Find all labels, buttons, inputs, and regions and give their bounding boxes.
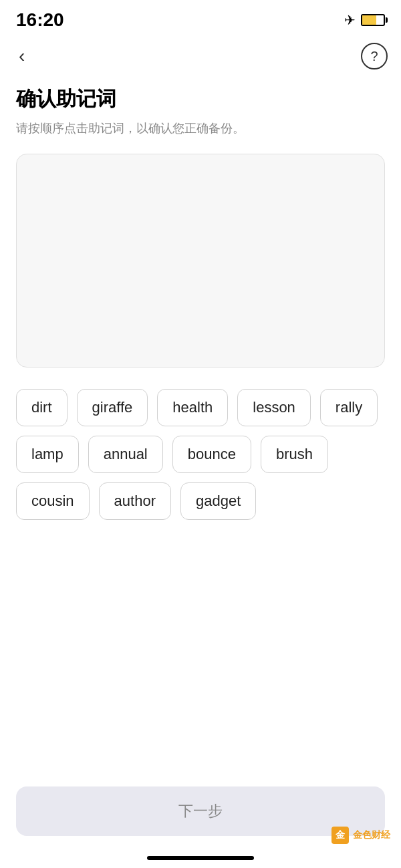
status-time: 16:20 (16, 9, 64, 31)
watermark-text: 金色财经 (353, 829, 390, 841)
word-chip-rally[interactable]: rally (320, 389, 378, 426)
word-chip-annual[interactable]: annual (88, 436, 163, 473)
word-chip-bounce[interactable]: bounce (172, 436, 251, 473)
page-content: 确认助记词 请按顺序点击助记词，以确认您正确备份。 (0, 75, 401, 368)
battery-icon (361, 14, 385, 26)
watermark: 金 金色财经 (331, 827, 390, 844)
word-chip-author[interactable]: author (99, 482, 171, 520)
word-chip-gadget[interactable]: gadget (180, 482, 256, 520)
page-subtitle: 请按顺序点击助记词，以确认您正确备份。 (16, 120, 385, 138)
watermark-icon: 金 (331, 827, 349, 844)
status-icons: ✈ (344, 12, 385, 28)
home-indicator (147, 856, 254, 860)
next-button[interactable]: 下一步 (16, 786, 385, 836)
battery-fill (362, 15, 376, 25)
word-chips-container: dirtgiraffehealthlessonrallylampannualbo… (0, 389, 401, 520)
word-chip-cousin[interactable]: cousin (16, 482, 90, 520)
phrase-display-area (16, 154, 385, 368)
nav-bar: ‹ ? (0, 37, 401, 75)
airplane-icon: ✈ (344, 12, 356, 28)
word-chip-health[interactable]: health (157, 389, 228, 426)
word-chip-giraffe[interactable]: giraffe (77, 389, 148, 426)
back-button[interactable]: ‹ (13, 44, 30, 68)
word-chip-brush[interactable]: brush (261, 436, 328, 473)
status-bar: 16:20 ✈ (0, 0, 401, 37)
word-chip-lamp[interactable]: lamp (16, 436, 79, 473)
word-chip-lesson[interactable]: lesson (237, 389, 311, 426)
page-title: 确认助记词 (16, 86, 385, 113)
word-chip-dirt[interactable]: dirt (16, 389, 68, 426)
help-button[interactable]: ? (361, 43, 388, 69)
bottom-area: 下一步 (0, 773, 401, 868)
